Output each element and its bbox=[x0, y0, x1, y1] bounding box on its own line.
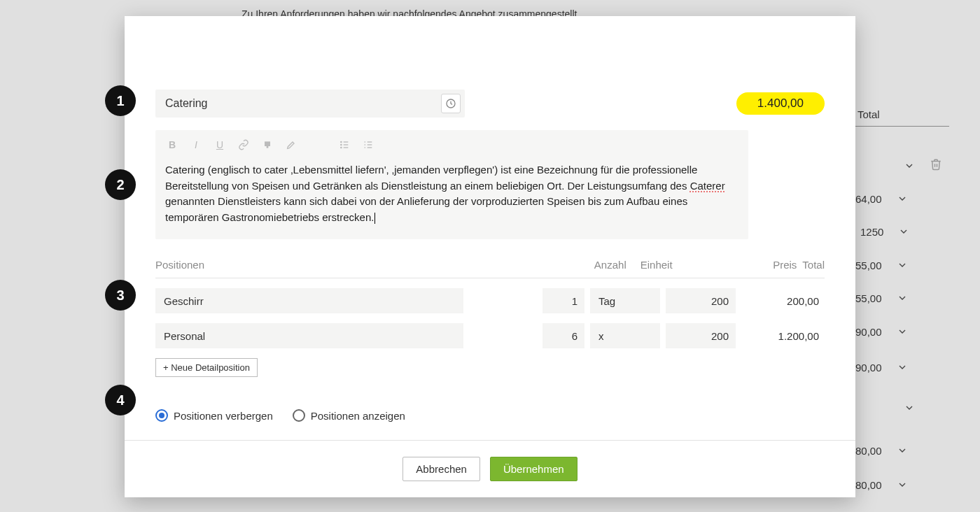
col-qty-label: Anzahl bbox=[547, 259, 635, 271]
link-button[interactable] bbox=[234, 135, 253, 155]
history-button[interactable] bbox=[441, 94, 461, 113]
background-amount: 90,00 bbox=[855, 326, 882, 338]
cancel-button[interactable]: Abbrechen bbox=[402, 457, 480, 481]
background-row: 90,00 bbox=[855, 324, 910, 339]
svg-point-3 bbox=[341, 141, 342, 142]
callout-badge-1: 1 bbox=[105, 85, 136, 116]
italic-button[interactable]: I bbox=[186, 135, 206, 155]
col-unit-label: Einheit bbox=[635, 259, 702, 271]
radio-unchecked-icon bbox=[293, 409, 305, 422]
background-amount: 1250 bbox=[860, 226, 883, 238]
trash-icon[interactable] bbox=[930, 158, 945, 173]
radio-hide-positions[interactable]: Positionen verbergen bbox=[155, 409, 273, 422]
modal-body: 1.400,00 B I U Catering (englisch to cat… bbox=[125, 16, 855, 440]
description-editor: B I U Catering (englisch to cater ‚Leben… bbox=[155, 130, 748, 239]
svg-point-4 bbox=[341, 144, 342, 145]
chevron-down-icon[interactable] bbox=[895, 290, 910, 306]
background-row: 80,00 bbox=[855, 477, 910, 492]
background-amount: 64,00 bbox=[855, 193, 882, 205]
clock-icon bbox=[445, 98, 456, 109]
background-row bbox=[902, 158, 945, 173]
bullet-list-button[interactable] bbox=[335, 135, 354, 155]
radio-hide-label: Positionen verbergen bbox=[174, 410, 273, 422]
text-cursor bbox=[374, 213, 375, 224]
modal-footer: Abbrechen Übernehmen bbox=[125, 440, 855, 497]
position-row-total: 1.200,00 bbox=[736, 330, 825, 342]
background-amount: 80,00 bbox=[855, 445, 882, 457]
chevron-down-icon[interactable] bbox=[895, 191, 910, 206]
chevron-down-icon[interactable] bbox=[895, 360, 910, 375]
svg-rect-2 bbox=[267, 146, 269, 148]
underline-button[interactable]: U bbox=[210, 135, 230, 155]
position-price-input[interactable] bbox=[666, 288, 736, 313]
background-amount: 80,00 bbox=[855, 479, 882, 491]
background-total-label: Total bbox=[858, 108, 880, 120]
background-amount: 55,00 bbox=[855, 259, 882, 271]
submit-button[interactable]: Übernehmen bbox=[490, 457, 578, 481]
callout-badge-2: 2 bbox=[105, 169, 136, 200]
background-amount: 55,00 bbox=[855, 292, 882, 304]
radio-show-positions[interactable]: Positionen anzeigen bbox=[293, 409, 405, 422]
radio-checked-icon bbox=[155, 409, 168, 422]
positions-section: Positionen Anzahl Einheit Preis Total 20… bbox=[155, 259, 825, 377]
title-row: 1.400,00 bbox=[155, 90, 825, 118]
col-total-label: Total bbox=[802, 259, 825, 271]
col-price-label: Preis bbox=[702, 259, 803, 271]
position-row: 200,00 bbox=[155, 288, 825, 313]
numbered-list-button[interactable] bbox=[358, 135, 378, 155]
chevron-down-icon[interactable] bbox=[902, 400, 917, 415]
background-row bbox=[902, 400, 917, 415]
bold-button[interactable]: B bbox=[162, 135, 182, 155]
position-row: 1.200,00 bbox=[155, 323, 825, 348]
title-input[interactable] bbox=[165, 97, 441, 110]
highlight-button[interactable] bbox=[281, 135, 301, 155]
position-name-input[interactable] bbox=[155, 323, 463, 348]
positions-header: Positionen Anzahl Einheit Preis Total bbox=[155, 259, 825, 278]
callout-badge-4: 4 bbox=[105, 385, 136, 415]
chevron-down-icon[interactable] bbox=[895, 443, 910, 458]
add-detail-position-button[interactable]: + Neue Detailposition bbox=[155, 358, 258, 377]
position-name-input[interactable] bbox=[155, 288, 463, 313]
position-row-total: 200,00 bbox=[736, 295, 825, 307]
description-content[interactable]: Catering (englisch to cater ‚Lebensmitte… bbox=[155, 159, 748, 239]
edit-position-modal: 1.400,00 B I U Catering (englisch to cat… bbox=[125, 16, 855, 497]
visibility-radio-group: Positionen verbergen Positionen anzeigen bbox=[155, 409, 825, 422]
background-row: 55,00 bbox=[855, 290, 910, 306]
desc-text-1: Catering (englisch to cater ‚Lebensmitte… bbox=[165, 164, 697, 192]
background-row: 80,00 bbox=[855, 443, 910, 458]
col-positions-label: Positionen bbox=[155, 259, 435, 271]
chevron-down-icon[interactable] bbox=[895, 257, 910, 273]
background-row: 64,00 bbox=[855, 191, 910, 206]
chevron-down-icon[interactable] bbox=[895, 324, 910, 339]
position-qty-input[interactable] bbox=[542, 288, 584, 313]
svg-rect-1 bbox=[265, 141, 270, 146]
svg-point-5 bbox=[341, 147, 342, 148]
desc-spellword: Caterer bbox=[690, 180, 725, 192]
radio-show-label: Positionen anzeigen bbox=[311, 410, 405, 422]
background-amount: 90,00 bbox=[855, 362, 882, 374]
callout-badge-3: 3 bbox=[105, 280, 136, 311]
chevron-down-icon[interactable] bbox=[895, 477, 910, 492]
title-input-wrap bbox=[155, 90, 465, 118]
editor-toolbar: B I U bbox=[155, 130, 748, 159]
position-unit-input[interactable] bbox=[590, 323, 660, 348]
position-qty-input[interactable] bbox=[542, 323, 584, 348]
position-unit-input[interactable] bbox=[590, 288, 660, 313]
position-price-input[interactable] bbox=[666, 323, 736, 348]
desc-text-2: genannten Dienstleisters kann sich dabei… bbox=[165, 195, 687, 223]
block-button[interactable] bbox=[258, 135, 277, 155]
background-row: 55,00 bbox=[855, 257, 910, 273]
grand-total-pill: 1.400,00 bbox=[736, 92, 825, 115]
chevron-down-icon[interactable] bbox=[902, 158, 917, 173]
chevron-down-icon[interactable] bbox=[896, 224, 911, 239]
background-row: 90,00 bbox=[855, 360, 910, 375]
background-row: 1250 bbox=[860, 224, 911, 239]
